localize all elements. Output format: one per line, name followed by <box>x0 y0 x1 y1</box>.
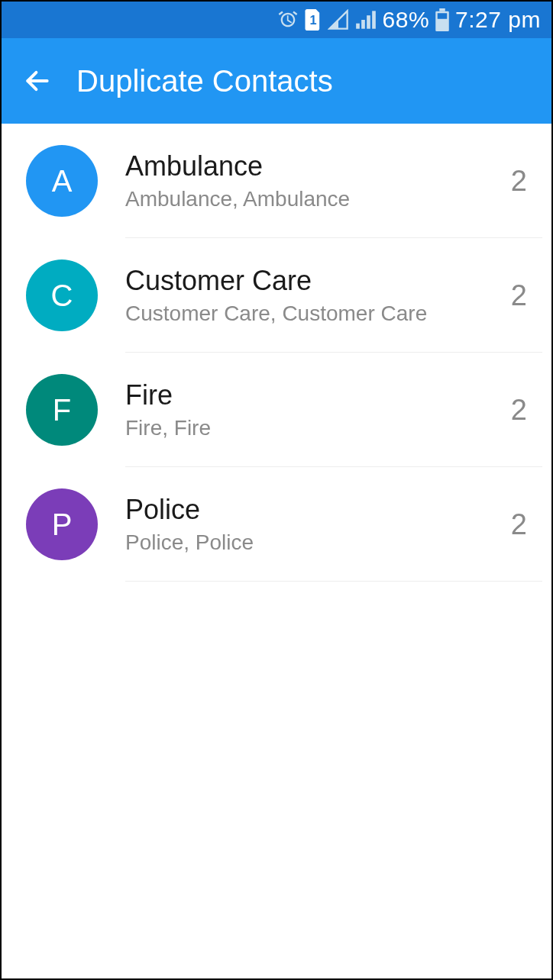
back-button[interactable] <box>23 66 52 95</box>
contact-list: A Ambulance Ambulance, Ambulance 2 C Cus… <box>2 124 551 582</box>
duplicate-count: 2 <box>511 508 530 541</box>
app-bar: Duplicate Contacts <box>2 38 551 124</box>
avatar: A <box>26 145 98 217</box>
signal-icon <box>355 9 377 31</box>
avatar: C <box>26 260 98 331</box>
contact-subtitle: Customer Care, Customer Care <box>125 301 511 326</box>
contact-subtitle: Ambulance, Ambulance <box>125 187 511 211</box>
contact-text: Customer Care Customer Care, Customer Ca… <box>125 265 511 326</box>
contact-name: Customer Care <box>125 265 511 297</box>
battery-icon <box>435 8 449 31</box>
contact-item-police[interactable]: P Police Police, Police 2 <box>2 467 551 582</box>
duplicate-count: 2 <box>511 279 530 312</box>
avatar: F <box>26 374 98 446</box>
duplicate-count: 2 <box>511 394 530 427</box>
alarm-icon <box>277 9 299 31</box>
contact-name: Fire <box>125 379 511 411</box>
svg-rect-2 <box>361 20 365 29</box>
contact-name: Ambulance <box>125 150 511 182</box>
contact-text: Fire Fire, Fire <box>125 379 511 440</box>
contact-item-fire[interactable]: F Fire Fire, Fire 2 <box>2 353 551 467</box>
svg-rect-5 <box>439 8 445 11</box>
contact-item-ambulance[interactable]: A Ambulance Ambulance, Ambulance 2 <box>2 124 551 238</box>
svg-text:1: 1 <box>309 13 316 27</box>
time-text: 7:27 pm <box>455 7 541 33</box>
contact-text: Ambulance Ambulance, Ambulance <box>125 150 511 211</box>
sim-icon: 1 <box>305 9 322 31</box>
contact-name: Police <box>125 494 511 526</box>
avatar: P <box>26 488 98 560</box>
svg-rect-4 <box>372 11 376 28</box>
page-title: Duplicate Contacts <box>76 64 333 98</box>
status-bar: 1 68% 7:27 pm <box>2 2 551 38</box>
contact-subtitle: Police, Police <box>125 530 511 555</box>
contact-item-customer-care[interactable]: C Customer Care Customer Care, Customer … <box>2 238 551 353</box>
svg-rect-1 <box>356 24 360 29</box>
network-triangle-icon <box>328 9 349 31</box>
svg-rect-7 <box>438 13 448 19</box>
contact-subtitle: Fire, Fire <box>125 416 511 440</box>
contact-text: Police Police, Police <box>125 494 511 555</box>
status-icons: 1 68% 7:27 pm <box>277 7 541 33</box>
battery-text: 68% <box>383 7 430 33</box>
duplicate-count: 2 <box>511 165 530 198</box>
svg-rect-3 <box>367 15 370 28</box>
arrow-left-icon <box>23 66 52 95</box>
